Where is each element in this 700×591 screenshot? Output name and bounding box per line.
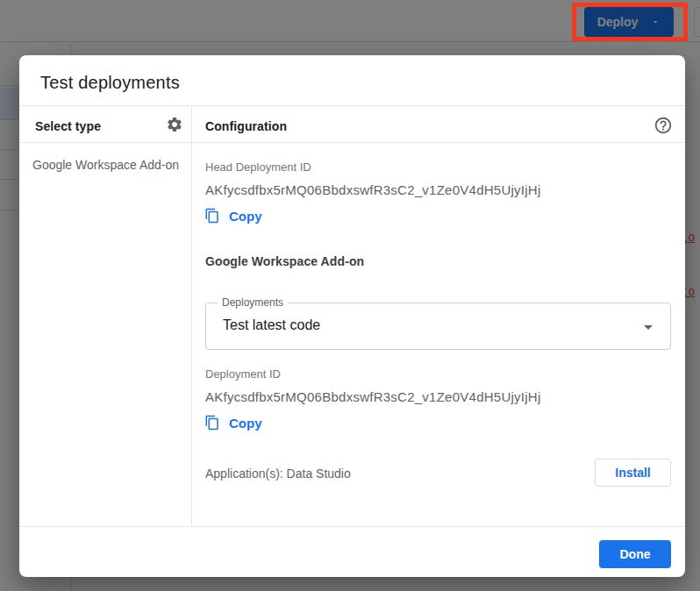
dropdown-caret-icon (638, 317, 659, 338)
column-divider (191, 106, 192, 526)
dialog-title: Test deployments (40, 73, 180, 93)
divider (19, 105, 685, 106)
annotation-highlight-box (572, 3, 688, 41)
copy-icon (204, 415, 220, 431)
install-button[interactable]: Install (595, 459, 671, 487)
deployment-id-value: AKfycsdfbx5rMQ06BbdxswfR3sC2_v1Ze0V4dH5U… (205, 389, 540, 404)
install-button-label: Install (615, 466, 650, 480)
configuration-header: Configuration (205, 119, 287, 133)
footer-divider (19, 526, 685, 527)
copy-deployment-id-button[interactable]: Copy (204, 415, 262, 431)
select-type-header: Select type (35, 119, 101, 133)
deployments-select[interactable]: Deployments Test latest code (205, 303, 671, 350)
deployments-select-label: Deployments (218, 296, 288, 309)
head-deployment-id-label: Head Deployment ID (205, 160, 311, 174)
help-icon[interactable] (653, 115, 674, 136)
deployments-select-value: Test latest code (223, 317, 320, 333)
done-button-label: Done (620, 547, 651, 561)
copy-label: Copy (229, 209, 262, 224)
applications-text: Application(s): Data Studio (205, 466, 351, 481)
done-button[interactable]: Done (599, 540, 671, 568)
divider (19, 142, 685, 143)
addon-section-header: Google Workspace Add-on (205, 254, 364, 268)
test-deployments-dialog: Test deployments Select type Configurati… (19, 55, 685, 577)
settings-gear-icon[interactable] (164, 114, 185, 135)
head-deployment-id-value: AKfycsdfbx5rMQ06BbdxswfR3sC2_v1Ze0V4dH5U… (205, 182, 540, 197)
list-item-google-workspace-addon[interactable]: Google Workspace Add-on (32, 158, 189, 172)
copy-head-deployment-id-button[interactable]: Copy (204, 208, 262, 224)
copy-label: Copy (229, 416, 262, 431)
deployment-id-label: Deployment ID (205, 367, 281, 381)
copy-icon (204, 208, 220, 224)
